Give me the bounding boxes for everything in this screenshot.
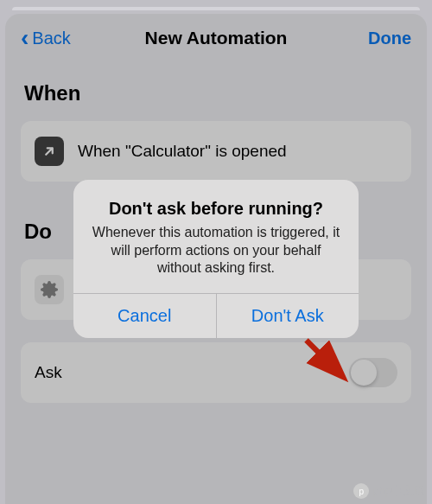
watermark-text: php中文网 [372,483,425,499]
php-logo-icon: p [353,483,369,499]
cancel-button[interactable]: Cancel [73,294,216,338]
dont-ask-button[interactable]: Don't Ask [216,294,359,338]
modal-backdrop: Don't ask before running? Whenever this … [5,14,427,504]
watermark: p php中文网 [353,483,425,499]
alert-message: Whenever this automation is triggered, i… [91,224,341,278]
sheet-stack-back [12,7,420,10]
alert-title: Don't ask before running? [91,199,341,219]
sheet-main: ‹ Back New Automation Done When When "Ca… [5,14,427,504]
confirmation-alert: Don't ask before running? Whenever this … [73,180,359,338]
